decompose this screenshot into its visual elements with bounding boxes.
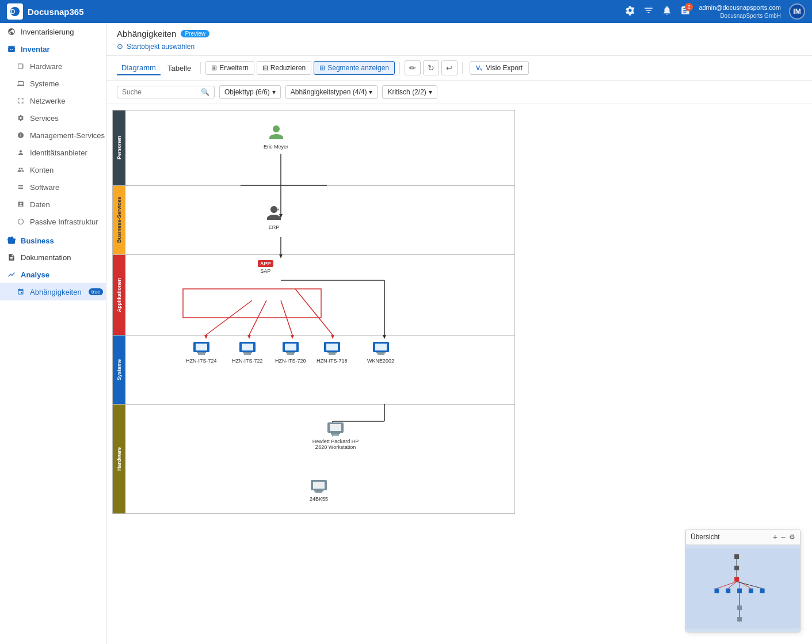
sidebar-item-identitaetsanbieter[interactable]: Identitätsanbieter: [0, 144, 106, 161]
search-box[interactable]: 🔍: [117, 86, 215, 98]
search-icon: 🔍: [201, 88, 209, 96]
svg-line-12: [249, 300, 266, 335]
node-hzn-720[interactable]: HZN-ITS-720: [275, 341, 306, 364]
svg-rect-61: [760, 589, 765, 593]
tab-tabelle[interactable]: Tabelle: [163, 62, 196, 75]
abhaengigkeitstypen-filter[interactable]: Abhängigkeitstypen (4/4) ▾: [285, 85, 378, 99]
sidebar-item-abhaengigkeiten[interactable]: Abhängigkeiten true: [0, 283, 106, 300]
filter-icon[interactable]: [643, 5, 654, 18]
sidebar-label-passive-infra: Passive Infrastruktur: [30, 218, 98, 226]
passive-icon: [16, 217, 25, 226]
svg-rect-47: [332, 434, 339, 436]
node-label-hzn-720: HZN-ITS-720: [275, 358, 306, 364]
sidebar-label-netzwerke: Netzwerke: [30, 97, 65, 105]
page-header: Abhängigkeiten Preview ⊙ Startobjekt aus…: [106, 23, 812, 56]
abhaengigkeitstypen-label: Abhängigkeitstypen (4/4): [291, 88, 367, 96]
search-input[interactable]: [122, 88, 198, 96]
lane-label-personen: Personen: [113, 110, 125, 185]
node-hp-z620[interactable]: Hewlett Packard HP Z620 Workstation: [310, 421, 361, 450]
sidebar-label-software: Software: [30, 183, 59, 192]
undo-button[interactable]: ↩: [441, 60, 458, 75]
node-eric-meyer[interactable]: Eric Meyer: [264, 122, 288, 150]
zoom-in-icon[interactable]: +: [773, 532, 777, 542]
refresh-button[interactable]: ↻: [423, 60, 439, 75]
node-sap[interactable]: APP SAP: [258, 260, 273, 274]
svg-line-16: [295, 289, 333, 335]
svg-rect-34: [285, 344, 296, 350]
edit-button[interactable]: ✏: [405, 60, 421, 75]
zoom-out-icon[interactable]: −: [781, 532, 786, 542]
services-icon: [16, 113, 25, 123]
sidebar-item-konten[interactable]: Konten: [0, 161, 106, 178]
node-hzn-718[interactable]: HZN-ITS-718: [317, 341, 348, 364]
sidebar-label-dokumentation: Dokumentation: [21, 253, 71, 262]
segmente-icon: ⊞: [319, 64, 325, 72]
kritisch-label: Kritisch (2/2): [387, 88, 426, 96]
reduzieren-label: Reduzieren: [270, 64, 306, 72]
erweitern-label: Erweitern: [219, 64, 249, 72]
svg-rect-51: [315, 491, 322, 493]
objekttyp-filter[interactable]: Objekttyp (6/6) ▾: [219, 85, 281, 99]
clipboard-icon[interactable]: 2: [680, 5, 691, 18]
erweitern-button[interactable]: ⊞ Erweitern: [205, 61, 254, 75]
overview-settings-icon[interactable]: ⚙: [789, 533, 795, 541]
svg-rect-44: [376, 352, 386, 353]
tab-diagramm[interactable]: Diagramm: [117, 61, 161, 75]
overview-header: Übersicht + − ⚙: [686, 529, 800, 545]
svg-rect-32: [243, 352, 252, 353]
sep-1: [125, 185, 514, 186]
sidebar-item-business[interactable]: Business: [0, 230, 106, 249]
page-title: Abhängigkeiten: [117, 29, 176, 39]
sidebar-label-konten: Konten: [30, 166, 54, 174]
objekttyp-label: Objekttyp (6/6): [224, 88, 270, 96]
svg-rect-57: [715, 589, 719, 593]
sidebar-item-analyse[interactable]: Analyse: [0, 266, 106, 283]
segmente-anzeigen-button[interactable]: ⊞ Segmente anzeigen: [314, 61, 395, 75]
bell-icon[interactable]: [662, 5, 672, 18]
visio-icon: Vᵥ: [476, 64, 483, 72]
svg-rect-46: [330, 424, 341, 431]
topbar: D Docusnap365 2 admin@docusnapsports.com…: [0, 0, 812, 23]
sidebar-item-software[interactable]: Software: [0, 178, 106, 196]
sidebar-item-passive-infra[interactable]: Passive Infrastruktur: [0, 213, 106, 230]
svg-rect-55: [734, 566, 739, 570]
sidebar-item-inventar[interactable]: Inventar: [0, 40, 106, 58]
main-layout: Inventarisierung Inventar Hardware Syste…: [0, 23, 812, 644]
node-label-erp: ERP: [269, 224, 280, 230]
svg-rect-30: [242, 344, 253, 350]
diagram-content: Eric Meyer ERP APP SAP: [125, 110, 514, 513]
sidebar-item-inventarisierung[interactable]: Inventarisierung: [0, 23, 106, 40]
reduzieren-button[interactable]: ⊟ Reduzieren: [257, 61, 311, 75]
sidebar-item-systeme[interactable]: Systeme: [0, 75, 106, 92]
user-email: admin@docusnapsports.com: [699, 3, 781, 12]
node-erp[interactable]: ERP: [264, 203, 284, 230]
node-wkne2002[interactable]: WKNE2002: [367, 341, 394, 364]
sidebar-item-management-services[interactable]: Management-Services: [0, 127, 106, 144]
visio-export-button[interactable]: Vᵥ Visio Export: [470, 61, 529, 75]
system-icon-724: [192, 341, 211, 357]
node-label-wkne2002: WKNE2002: [367, 358, 394, 364]
svg-rect-9: [183, 289, 321, 318]
sidebar-item-daten[interactable]: Daten: [0, 196, 106, 213]
settings-icon[interactable]: [625, 5, 635, 18]
svg-rect-40: [327, 352, 337, 353]
node-24bk55[interactable]: 24BK55: [310, 479, 328, 502]
chevron-down-icon: ▾: [272, 88, 276, 96]
sidebar-item-services[interactable]: Services: [0, 109, 106, 127]
svg-rect-53: [686, 548, 800, 628]
sidebar-item-netzwerke[interactable]: Netzwerke: [0, 92, 106, 109]
analyse-icon: [7, 270, 16, 279]
start-object-row[interactable]: ⊙ Startobjekt auswählen: [117, 41, 802, 52]
reduzieren-icon: ⊟: [262, 64, 268, 72]
svg-marker-15: [291, 335, 294, 339]
node-hzn-724[interactable]: HZN-ITS-724: [186, 341, 217, 364]
swim-lane-diagram: Personen Business-Services Applikationen…: [112, 110, 515, 514]
toolbar-separator: [200, 62, 201, 74]
lane-label-applikationen: Applikationen: [113, 254, 125, 335]
sidebar-item-dokumentation[interactable]: Dokumentation: [0, 249, 106, 266]
sidebar-item-hardware[interactable]: Hardware: [0, 58, 106, 75]
node-hzn-722[interactable]: HZN-ITS-722: [232, 341, 263, 364]
kritisch-filter[interactable]: Kritisch (2/2) ▾: [382, 85, 437, 99]
software-icon: [16, 182, 25, 192]
user-avatar[interactable]: IM: [789, 3, 805, 20]
